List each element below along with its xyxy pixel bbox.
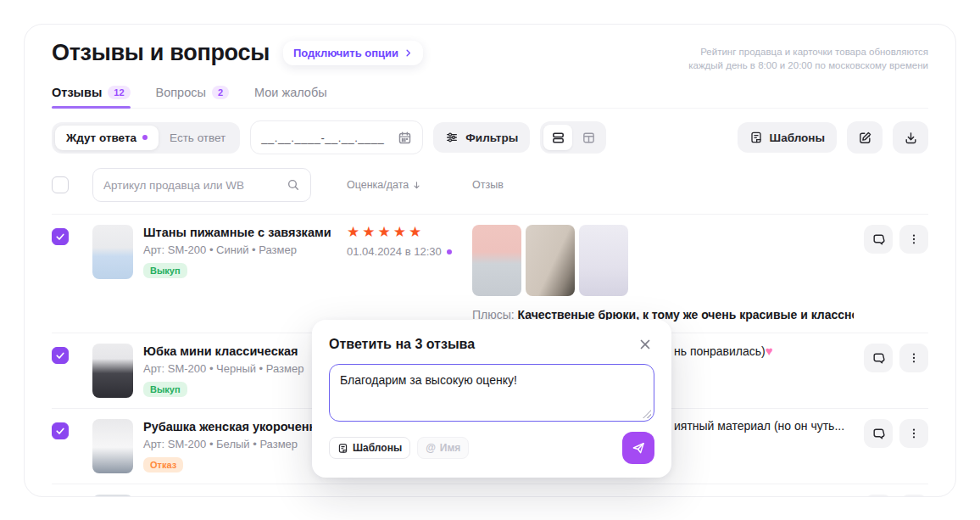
review-photo[interactable]	[579, 225, 628, 296]
compose-button[interactable]	[847, 121, 883, 154]
product-details: Арт: SM-200 • Черный • Размер	[143, 362, 303, 375]
check-icon	[55, 232, 65, 242]
date-placeholder: __.__.____-__.__.____	[261, 131, 384, 144]
tab-complaints-label: Мои жалобы	[254, 86, 327, 99]
download-icon	[904, 131, 918, 145]
product-title[interactable]: Платье нарядное короткое	[143, 495, 307, 497]
kebab-menu-icon	[907, 427, 921, 440]
has-answer-pill[interactable]: Есть ответ	[159, 126, 237, 150]
rating-column-header[interactable]: Оценка/дата	[347, 179, 472, 191]
kebab-menu-icon	[907, 351, 921, 365]
waiting-answer-label: Ждут ответа	[66, 131, 136, 144]
product-details: Арт: SM-200 • Белый • Размер	[143, 438, 331, 450]
tab-questions-count: 2	[212, 86, 229, 99]
tabs-bar: Отзывы 12 Вопросы 2 Мои жалобы	[52, 86, 928, 109]
reply-button[interactable]	[864, 225, 893, 254]
view-toggle	[540, 121, 606, 154]
at-icon: @	[426, 442, 436, 454]
search-icon	[287, 178, 300, 192]
tab-reviews-label: Отзывы	[52, 86, 102, 99]
close-button[interactable]	[636, 335, 654, 354]
row-checkbox[interactable]	[52, 228, 69, 245]
heart-icon: ♥	[766, 344, 773, 358]
waiting-answer-pill[interactable]: Ждут ответа	[55, 126, 159, 150]
more-actions-button[interactable]	[899, 344, 928, 372]
list-view-button[interactable]	[543, 125, 572, 150]
product-title[interactable]: Юбка мини классическая	[143, 344, 303, 359]
review-text-line: Минусы: Ужасное качество, через неделю п…	[472, 495, 854, 497]
review-row: Платье нарядное короткое Арт: SM-200 • С…	[52, 484, 928, 497]
mention-name-button[interactable]: @ Имя	[417, 437, 469, 459]
row-checkbox[interactable]	[52, 422, 69, 439]
sort-down-icon	[412, 181, 421, 190]
send-plane-icon	[631, 440, 646, 456]
product-thumbnail[interactable]	[92, 495, 133, 497]
product-thumbnail[interactable]	[92, 344, 133, 398]
templates-icon	[749, 131, 763, 144]
modal-templates-label: Шаблоны	[353, 442, 402, 454]
more-actions-button[interactable]	[899, 419, 928, 448]
kebab-menu-icon	[907, 232, 921, 246]
review-photos	[472, 225, 854, 296]
modal-templates-button[interactable]: Шаблоны	[329, 437, 410, 459]
answer-status-toggle: Ждут ответа Есть ответ	[52, 122, 240, 154]
review-photo[interactable]	[472, 225, 521, 296]
comment-icon	[871, 427, 886, 441]
has-answer-label: Есть ответ	[170, 131, 226, 144]
more-actions-button[interactable]	[899, 495, 928, 497]
tab-questions-label: Вопросы	[156, 86, 206, 99]
select-all-checkbox[interactable]	[52, 176, 69, 193]
rating-stars: ★★★★★	[347, 225, 472, 240]
review-date: 01.04.2024 в 12:30	[347, 245, 472, 258]
templates-icon	[337, 443, 348, 454]
product-title[interactable]: Рубашка женская укороченная	[143, 419, 331, 434]
row-checkbox[interactable]	[52, 347, 69, 364]
filters-button[interactable]: Фильтры	[433, 122, 530, 153]
connect-options-label: Подключить опции	[293, 47, 398, 59]
mention-label: Имя	[440, 442, 461, 454]
reply-modal: Ответить на 3 отзыва Благодарим за высок…	[312, 320, 671, 478]
chevron-right-icon	[404, 48, 413, 58]
calendar-icon	[398, 131, 412, 145]
table-header: Оценка/дата Отзыв	[52, 168, 928, 214]
more-actions-button[interactable]	[899, 225, 928, 254]
status-badge: Выкуп	[143, 382, 187, 397]
sliders-icon	[445, 131, 459, 144]
connect-options-button[interactable]: Подключить опции	[283, 41, 423, 65]
send-reply-button[interactable]	[622, 432, 654, 464]
product-thumbnail[interactable]	[92, 419, 133, 473]
rating-stars: ★★★★★	[347, 495, 472, 497]
tab-reviews[interactable]: Отзывы 12	[52, 86, 131, 108]
table-view-icon	[582, 131, 596, 145]
page-title: Отзывы и вопросы	[52, 40, 270, 66]
tab-complaints[interactable]: Мои жалобы	[254, 86, 327, 108]
unread-dot	[142, 135, 148, 140]
list-view-icon	[551, 131, 565, 145]
modal-title: Ответить на 3 отзыва	[329, 337, 475, 352]
reply-button[interactable]	[864, 344, 893, 372]
product-title[interactable]: Штаны пижамные с завязками	[143, 225, 331, 240]
unread-dot	[447, 249, 452, 254]
download-button[interactable]	[893, 121, 928, 154]
status-badge: Выкуп	[143, 263, 187, 278]
date-range-input[interactable]: __.__.____-__.__.____	[250, 120, 423, 154]
templates-button[interactable]: Шаблоны	[738, 122, 837, 153]
reply-textarea[interactable]: Благодарим за высокую оценку!	[329, 364, 654, 422]
table-view-button[interactable]	[574, 125, 603, 150]
comment-icon	[871, 232, 886, 247]
status-badge: Отказ	[143, 457, 183, 472]
review-photo[interactable]	[526, 225, 575, 296]
comment-icon	[871, 351, 886, 366]
reply-button[interactable]	[864, 495, 893, 497]
product-thumbnail[interactable]	[92, 225, 133, 279]
filter-bar: Ждут ответа Есть ответ __.__.____-__.__.…	[52, 120, 928, 154]
article-search	[92, 168, 311, 202]
close-icon	[638, 337, 653, 352]
article-search-input[interactable]	[103, 179, 273, 192]
templates-label: Шаблоны	[770, 131, 825, 144]
tab-questions[interactable]: Вопросы 2	[156, 86, 230, 108]
reply-button[interactable]	[864, 419, 893, 448]
page-header: Отзывы и вопросы Подключить опции Рейтин…	[52, 25, 928, 72]
rating-update-note: Рейтинг продавца и карточки товара обнов…	[688, 40, 928, 72]
check-icon	[55, 350, 65, 361]
